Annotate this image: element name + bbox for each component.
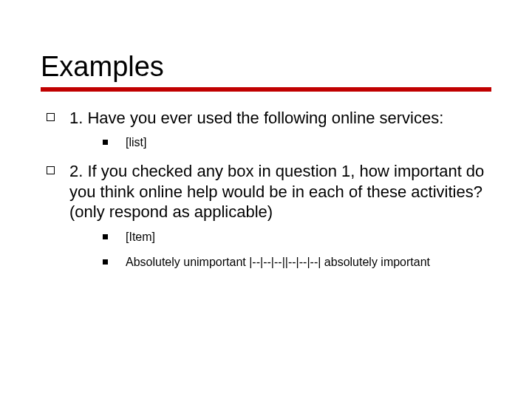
square-bullet-icon [103,259,108,265]
list-item-text: 2. If you checked any box in question 1,… [69,161,491,222]
square-bullet-icon [103,234,108,239]
list-subitem-text: [list] [126,135,491,151]
slide-title: Examples [41,52,491,83]
list-subitem-text: [Item] [126,230,491,245]
list-item: 1. Have you ever used the following onli… [41,108,491,129]
square-bullet-icon [103,140,108,145]
list-item-text: 1. Have you ever used the following onli… [69,108,491,129]
list-subitem: [Item] [41,230,491,245]
square-outline-bullet-icon [47,166,55,174]
slide: Examples 1. Have you ever used the follo… [0,0,532,310]
list-subitem: [list] [41,135,491,151]
list-item: 2. If you checked any box in question 1,… [41,161,491,222]
list-subitem: Absolutely unimportant |--|--|--||--|--|… [41,255,491,270]
square-outline-bullet-icon [47,113,55,121]
list-subitem-text: Absolutely unimportant |--|--|--||--|--|… [126,255,491,270]
title-underline [41,87,491,92]
